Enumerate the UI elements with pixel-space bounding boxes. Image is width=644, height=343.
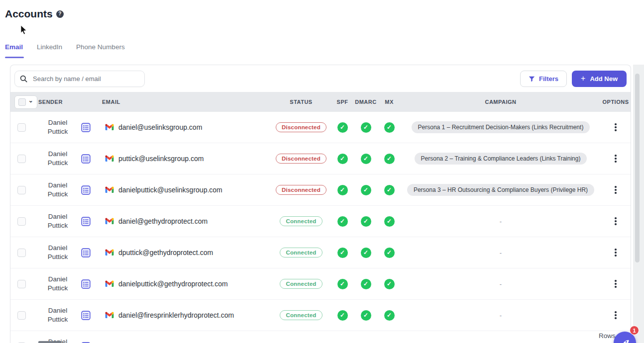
status-badge: Connected	[280, 216, 322, 226]
gmail-icon	[105, 280, 114, 287]
sender-details-icon[interactable]	[81, 154, 91, 164]
mx-check-icon: ✓	[384, 122, 395, 133]
row-checkbox[interactable]	[17, 217, 26, 226]
sender-name: DanielPuttick	[38, 118, 77, 136]
page-title-text: Accounts	[5, 8, 53, 20]
table-header: ⌄ SENDER EMAIL STATUS SPF DMARC MX CAMPA…	[10, 92, 631, 112]
row-options-button[interactable]	[613, 247, 619, 258]
email-address: danielputtick@gethydroprotect.com	[118, 280, 228, 288]
row-options-button[interactable]	[613, 215, 619, 227]
sender-name: DanielPuttick	[38, 306, 77, 324]
status-badge: Connected	[280, 279, 322, 289]
dmarc-check-icon: ✓	[361, 248, 371, 258]
help-icon[interactable]: ?	[56, 10, 64, 18]
email-address: puttick@uselinksgroup.com	[118, 155, 204, 163]
header-campaign: CAMPAIGN	[401, 99, 601, 105]
mx-check-icon: ✓	[384, 154, 395, 164]
notification-badge[interactable]: 1	[630, 326, 639, 335]
gmail-icon	[105, 218, 114, 225]
campaign-badge: -	[500, 312, 502, 319]
row-checkbox[interactable]	[17, 123, 26, 132]
campaign-badge: -	[500, 218, 502, 225]
mx-check-icon: ✓	[384, 216, 395, 227]
filters-button[interactable]: Filters	[520, 71, 567, 87]
email-address: danielputtick@uselinksgroup.com	[118, 186, 222, 194]
row-options-button[interactable]	[613, 121, 619, 133]
select-all-dropdown[interactable]: ⌄	[14, 95, 37, 109]
status-badge: Connected	[280, 248, 322, 257]
add-new-label: Add New	[590, 75, 618, 83]
add-new-button[interactable]: + Add New	[572, 71, 627, 87]
tab-email[interactable]: Email	[5, 43, 23, 55]
search-box[interactable]	[14, 71, 145, 87]
table-row: DanielPuttick	[10, 237, 631, 268]
header-dmarc: DMARC	[354, 99, 378, 105]
tab-phone-numbers[interactable]: Phone Numbers	[76, 43, 125, 55]
email-address: dputtick@gethydroprotect.com	[118, 249, 213, 257]
table-toolbar: Filters + Add New	[10, 65, 631, 92]
row-checkbox[interactable]	[17, 155, 26, 163]
row-checkbox[interactable]	[17, 311, 26, 320]
sender-details-icon[interactable]	[81, 185, 91, 195]
spf-check-icon: ✓	[337, 310, 348, 321]
row-checkbox[interactable]	[17, 249, 26, 257]
table-row: DanielPuttick	[10, 112, 631, 143]
select-all-checkbox[interactable]	[18, 98, 26, 106]
dmarc-check-icon: ✓	[361, 185, 371, 195]
spf-check-icon: ✓	[337, 185, 348, 195]
tab-linkedin[interactable]: LinkedIn	[37, 43, 62, 55]
filters-label: Filters	[539, 75, 558, 83]
spf-check-icon: ✓	[337, 216, 348, 227]
status-badge: Disconnected	[276, 185, 326, 195]
gmail-icon	[105, 155, 114, 162]
spf-check-icon: ✓	[337, 248, 348, 258]
campaign-badge: Persona 3 – HR Outsourcing & Compliance …	[407, 184, 594, 196]
sender-details-icon[interactable]	[81, 311, 91, 320]
mouse-cursor-icon	[20, 25, 27, 35]
sender-name: DanielPuttick	[38, 181, 77, 198]
sender-details-icon[interactable]	[81, 217, 91, 226]
gmail-icon	[105, 186, 114, 193]
sender-name: DanielPuttick	[38, 244, 77, 261]
sender-name: DanielPuttick	[38, 150, 77, 167]
header-status: STATUS	[271, 99, 331, 105]
header-sender: SENDER	[38, 99, 102, 105]
table-row: DanielPuttick	[10, 300, 631, 331]
spf-check-icon: ✓	[337, 154, 348, 164]
account-type-tabs: Email LinkedIn Phone Numbers	[5, 43, 125, 55]
table-row: DanielPuttick	[10, 143, 631, 174]
scrollbar-thumb[interactable]	[635, 74, 640, 262]
rows-per-page-label: Rows	[599, 332, 616, 340]
campaign-badge: Persona 2 – Training & Compliance Leader…	[415, 153, 587, 165]
dmarc-check-icon: ✓	[361, 122, 371, 133]
mx-check-icon: ✓	[384, 279, 395, 289]
campaign-badge: -	[500, 249, 502, 257]
row-options-button[interactable]	[613, 153, 619, 165]
campaign-badge: -	[500, 280, 502, 288]
email-address: daniel@gethydroprotect.com	[118, 217, 208, 225]
table-row: DanielPuttick	[10, 268, 631, 300]
header-mx: MX	[378, 99, 401, 105]
sender-name: DanielPuttick	[38, 212, 77, 230]
header-options: OPTIONS	[601, 99, 631, 105]
header-email: EMAIL	[102, 99, 271, 105]
row-checkbox[interactable]	[17, 186, 26, 194]
row-options-button[interactable]	[613, 278, 619, 290]
row-checkbox[interactable]	[17, 280, 26, 288]
dmarc-check-icon: ✓	[361, 279, 371, 289]
row-options-button[interactable]	[613, 309, 619, 321]
status-badge: Disconnected	[276, 122, 326, 132]
gmail-icon	[105, 124, 114, 131]
dmarc-check-icon: ✓	[361, 154, 371, 164]
rocket-icon	[620, 338, 631, 343]
sender-details-icon[interactable]	[81, 279, 91, 289]
search-input[interactable]	[32, 75, 139, 83]
partial-tooltip-edge	[38, 341, 62, 343]
row-options-button[interactable]	[613, 184, 619, 196]
dmarc-check-icon: ✓	[361, 310, 371, 321]
sender-details-icon[interactable]	[81, 248, 91, 257]
gmail-icon	[105, 312, 114, 319]
header-spf: SPF	[331, 99, 354, 105]
sender-details-icon[interactable]	[81, 123, 91, 132]
spf-check-icon: ✓	[337, 279, 348, 289]
